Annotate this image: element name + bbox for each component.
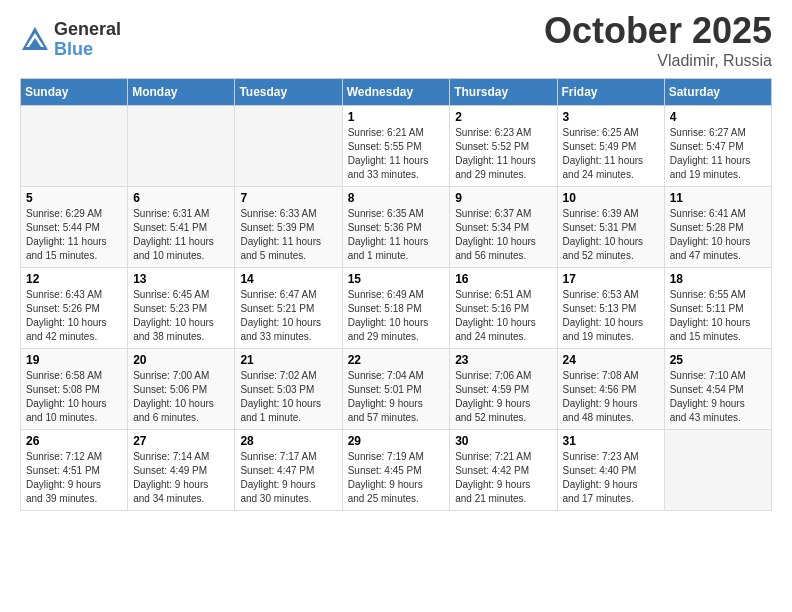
day-number: 15	[348, 272, 445, 286]
location: Vladimir, Russia	[544, 52, 772, 70]
day-info: Sunrise: 7:10 AM Sunset: 4:54 PM Dayligh…	[670, 369, 766, 425]
day-info: Sunrise: 6:23 AM Sunset: 5:52 PM Dayligh…	[455, 126, 551, 182]
day-number: 24	[563, 353, 659, 367]
calendar-cell: 25Sunrise: 7:10 AM Sunset: 4:54 PM Dayli…	[664, 349, 771, 430]
calendar-week-row: 5Sunrise: 6:29 AM Sunset: 5:44 PM Daylig…	[21, 187, 772, 268]
day-info: Sunrise: 7:04 AM Sunset: 5:01 PM Dayligh…	[348, 369, 445, 425]
day-info: Sunrise: 6:47 AM Sunset: 5:21 PM Dayligh…	[240, 288, 336, 344]
day-number: 9	[455, 191, 551, 205]
calendar-header-saturday: Saturday	[664, 79, 771, 106]
day-info: Sunrise: 7:19 AM Sunset: 4:45 PM Dayligh…	[348, 450, 445, 506]
day-info: Sunrise: 7:06 AM Sunset: 4:59 PM Dayligh…	[455, 369, 551, 425]
day-number: 17	[563, 272, 659, 286]
calendar-cell: 4Sunrise: 6:27 AM Sunset: 5:47 PM Daylig…	[664, 106, 771, 187]
day-number: 23	[455, 353, 551, 367]
day-number: 20	[133, 353, 229, 367]
logo: General Blue	[20, 20, 121, 60]
day-number: 30	[455, 434, 551, 448]
calendar-cell	[235, 106, 342, 187]
calendar-week-row: 19Sunrise: 6:58 AM Sunset: 5:08 PM Dayli…	[21, 349, 772, 430]
calendar-cell: 19Sunrise: 6:58 AM Sunset: 5:08 PM Dayli…	[21, 349, 128, 430]
calendar-cell: 27Sunrise: 7:14 AM Sunset: 4:49 PM Dayli…	[128, 430, 235, 511]
day-number: 2	[455, 110, 551, 124]
calendar-week-row: 12Sunrise: 6:43 AM Sunset: 5:26 PM Dayli…	[21, 268, 772, 349]
calendar-week-row: 26Sunrise: 7:12 AM Sunset: 4:51 PM Dayli…	[21, 430, 772, 511]
calendar-cell: 7Sunrise: 6:33 AM Sunset: 5:39 PM Daylig…	[235, 187, 342, 268]
day-info: Sunrise: 7:00 AM Sunset: 5:06 PM Dayligh…	[133, 369, 229, 425]
calendar-cell: 5Sunrise: 6:29 AM Sunset: 5:44 PM Daylig…	[21, 187, 128, 268]
day-info: Sunrise: 6:27 AM Sunset: 5:47 PM Dayligh…	[670, 126, 766, 182]
calendar-cell: 15Sunrise: 6:49 AM Sunset: 5:18 PM Dayli…	[342, 268, 450, 349]
calendar-cell: 6Sunrise: 6:31 AM Sunset: 5:41 PM Daylig…	[128, 187, 235, 268]
day-info: Sunrise: 6:21 AM Sunset: 5:55 PM Dayligh…	[348, 126, 445, 182]
logo-general-text: General	[54, 20, 121, 40]
day-number: 3	[563, 110, 659, 124]
calendar-week-row: 1Sunrise: 6:21 AM Sunset: 5:55 PM Daylig…	[21, 106, 772, 187]
calendar-cell: 20Sunrise: 7:00 AM Sunset: 5:06 PM Dayli…	[128, 349, 235, 430]
calendar-cell: 22Sunrise: 7:04 AM Sunset: 5:01 PM Dayli…	[342, 349, 450, 430]
day-number: 1	[348, 110, 445, 124]
day-info: Sunrise: 6:41 AM Sunset: 5:28 PM Dayligh…	[670, 207, 766, 263]
calendar-cell: 30Sunrise: 7:21 AM Sunset: 4:42 PM Dayli…	[450, 430, 557, 511]
page-header: General Blue October 2025 Vladimir, Russ…	[20, 10, 772, 70]
day-number: 18	[670, 272, 766, 286]
calendar-table: SundayMondayTuesdayWednesdayThursdayFrid…	[20, 78, 772, 511]
day-number: 4	[670, 110, 766, 124]
day-info: Sunrise: 7:12 AM Sunset: 4:51 PM Dayligh…	[26, 450, 122, 506]
calendar-cell: 28Sunrise: 7:17 AM Sunset: 4:47 PM Dayli…	[235, 430, 342, 511]
day-number: 16	[455, 272, 551, 286]
day-info: Sunrise: 6:43 AM Sunset: 5:26 PM Dayligh…	[26, 288, 122, 344]
calendar-cell: 31Sunrise: 7:23 AM Sunset: 4:40 PM Dayli…	[557, 430, 664, 511]
calendar-cell	[664, 430, 771, 511]
calendar-header-sunday: Sunday	[21, 79, 128, 106]
day-info: Sunrise: 6:25 AM Sunset: 5:49 PM Dayligh…	[563, 126, 659, 182]
day-number: 7	[240, 191, 336, 205]
day-info: Sunrise: 7:23 AM Sunset: 4:40 PM Dayligh…	[563, 450, 659, 506]
day-number: 28	[240, 434, 336, 448]
day-info: Sunrise: 6:39 AM Sunset: 5:31 PM Dayligh…	[563, 207, 659, 263]
day-info: Sunrise: 7:17 AM Sunset: 4:47 PM Dayligh…	[240, 450, 336, 506]
day-info: Sunrise: 6:58 AM Sunset: 5:08 PM Dayligh…	[26, 369, 122, 425]
day-number: 8	[348, 191, 445, 205]
day-number: 6	[133, 191, 229, 205]
day-number: 26	[26, 434, 122, 448]
calendar-cell	[128, 106, 235, 187]
day-info: Sunrise: 6:51 AM Sunset: 5:16 PM Dayligh…	[455, 288, 551, 344]
day-number: 22	[348, 353, 445, 367]
day-info: Sunrise: 6:29 AM Sunset: 5:44 PM Dayligh…	[26, 207, 122, 263]
calendar-cell: 8Sunrise: 6:35 AM Sunset: 5:36 PM Daylig…	[342, 187, 450, 268]
calendar-cell: 29Sunrise: 7:19 AM Sunset: 4:45 PM Dayli…	[342, 430, 450, 511]
day-info: Sunrise: 6:33 AM Sunset: 5:39 PM Dayligh…	[240, 207, 336, 263]
calendar-cell: 2Sunrise: 6:23 AM Sunset: 5:52 PM Daylig…	[450, 106, 557, 187]
calendar-header-monday: Monday	[128, 79, 235, 106]
logo-icon	[20, 25, 50, 55]
day-info: Sunrise: 7:02 AM Sunset: 5:03 PM Dayligh…	[240, 369, 336, 425]
day-number: 5	[26, 191, 122, 205]
calendar-cell: 16Sunrise: 6:51 AM Sunset: 5:16 PM Dayli…	[450, 268, 557, 349]
calendar-cell: 10Sunrise: 6:39 AM Sunset: 5:31 PM Dayli…	[557, 187, 664, 268]
calendar-cell: 26Sunrise: 7:12 AM Sunset: 4:51 PM Dayli…	[21, 430, 128, 511]
day-number: 31	[563, 434, 659, 448]
calendar-cell: 12Sunrise: 6:43 AM Sunset: 5:26 PM Dayli…	[21, 268, 128, 349]
day-number: 29	[348, 434, 445, 448]
calendar-cell: 11Sunrise: 6:41 AM Sunset: 5:28 PM Dayli…	[664, 187, 771, 268]
day-info: Sunrise: 7:21 AM Sunset: 4:42 PM Dayligh…	[455, 450, 551, 506]
day-info: Sunrise: 6:55 AM Sunset: 5:11 PM Dayligh…	[670, 288, 766, 344]
month-title: October 2025	[544, 10, 772, 52]
logo-blue-text: Blue	[54, 40, 121, 60]
day-number: 19	[26, 353, 122, 367]
day-number: 25	[670, 353, 766, 367]
calendar-cell: 13Sunrise: 6:45 AM Sunset: 5:23 PM Dayli…	[128, 268, 235, 349]
day-number: 12	[26, 272, 122, 286]
day-number: 21	[240, 353, 336, 367]
title-block: October 2025 Vladimir, Russia	[544, 10, 772, 70]
calendar-header-tuesday: Tuesday	[235, 79, 342, 106]
day-number: 10	[563, 191, 659, 205]
calendar-header-row: SundayMondayTuesdayWednesdayThursdayFrid…	[21, 79, 772, 106]
day-info: Sunrise: 6:45 AM Sunset: 5:23 PM Dayligh…	[133, 288, 229, 344]
day-info: Sunrise: 6:31 AM Sunset: 5:41 PM Dayligh…	[133, 207, 229, 263]
day-info: Sunrise: 6:35 AM Sunset: 5:36 PM Dayligh…	[348, 207, 445, 263]
calendar-cell: 17Sunrise: 6:53 AM Sunset: 5:13 PM Dayli…	[557, 268, 664, 349]
day-number: 27	[133, 434, 229, 448]
calendar-cell: 18Sunrise: 6:55 AM Sunset: 5:11 PM Dayli…	[664, 268, 771, 349]
